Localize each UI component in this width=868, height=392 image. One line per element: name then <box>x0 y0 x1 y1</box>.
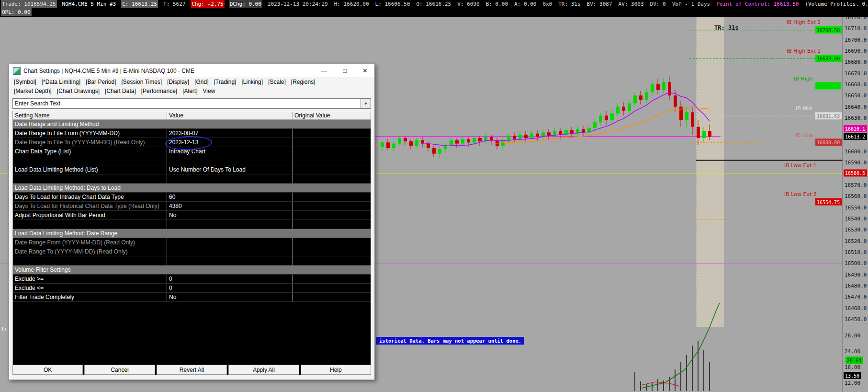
setting-value-cell[interactable]: Use Number Of Days To Load <box>167 165 293 174</box>
candle-body <box>490 137 493 140</box>
original-value-cell <box>293 293 371 301</box>
setting-row[interactable]: Date Range In File To (YYYY-MM-DD) (Read… <box>13 138 371 147</box>
apply-all-button[interactable]: Apply All <box>228 365 299 375</box>
candle-body <box>610 114 614 120</box>
setting-value-cell[interactable] <box>167 247 293 256</box>
setting-row[interactable]: Days To Load for Intraday Chart Data Typ… <box>13 193 371 202</box>
setting-value-cell[interactable]: 0 <box>167 284 293 292</box>
setting-value-cell[interactable]: 2023-12-13 <box>167 138 293 147</box>
setting-row[interactable]: Filter Trade CompletelyNo <box>13 293 371 302</box>
candle-body <box>582 129 585 132</box>
menu-data-limiting[interactable]: [*Data Limiting] <box>42 79 80 85</box>
setting-value-cell[interactable]: No <box>167 293 293 301</box>
price-badges: 16708.5016683.0016631.6316608.0016554.75… <box>815 26 867 379</box>
original-value-cell <box>293 129 371 138</box>
dialog-button-row: OKCancelRevert AllApply AllHelp <box>12 365 371 375</box>
setting-name-cell <box>13 156 167 165</box>
price-tick-label: 16670.0 <box>845 70 867 77</box>
dialog-title-bar[interactable]: Chart Settings | NQH4.CME 5 Min #3 | E-M… <box>9 64 374 77</box>
original-value-cell <box>293 165 371 174</box>
section-header-row: Date Range and Limiting Method <box>13 120 371 129</box>
candle-body <box>547 132 551 136</box>
menu-display[interactable]: [Display] <box>167 79 189 85</box>
setting-name-cell: Date Range In File From (YYYY-MM-DD) <box>13 129 167 138</box>
setting-value-cell[interactable]: 4380 <box>167 202 293 210</box>
status-segment: Trade: 1016594.25 <box>1 0 57 8</box>
setting-name-cell: Filter Trade Completely <box>13 293 167 301</box>
ib-level-label: IB High <box>794 76 813 82</box>
ib-level-label: IB Low Ext 2 <box>784 191 817 197</box>
candle-body <box>685 112 688 120</box>
setting-value-cell[interactable]: 60 <box>167 193 293 201</box>
maximize-button[interactable]: □ <box>343 67 347 74</box>
menu-grid[interactable]: [Grid] <box>194 79 208 85</box>
setting-value-cell[interactable]: Intraday Chart <box>167 147 293 156</box>
setting-row[interactable]: Date Range To (YYYY-MM-DD) (Read Only) <box>13 247 371 256</box>
price-badge <box>815 82 841 89</box>
menu-market-depth[interactable]: [Market Depth] <box>14 88 52 94</box>
price-tick-label: 16570.0 <box>845 182 867 188</box>
candle-body <box>473 138 476 142</box>
candle-body <box>651 84 654 92</box>
spacer-row <box>13 220 371 229</box>
price-tick-label: 16510.0 <box>845 249 867 255</box>
candle-body <box>599 115 602 122</box>
price-tick-label: 16560.0 <box>845 193 867 199</box>
original-value-cell <box>293 193 371 201</box>
menu-symbol[interactable]: [Symbol] <box>14 79 36 85</box>
setting-value-cell[interactable]: No <box>167 211 293 219</box>
setting-row[interactable]: Chart Data Type (List)Intraday Chart <box>13 147 371 156</box>
candle-body <box>461 139 464 143</box>
price-tick-label: 16450.0 <box>845 316 867 323</box>
price-tick-label: 16710.0 <box>845 25 867 32</box>
menu-view[interactable]: View <box>203 88 215 94</box>
menu-chart-data[interactable]: [Chart Data] <box>105 88 136 94</box>
setting-row[interactable]: Load Data Limiting Method (List)Use Numb… <box>13 165 371 174</box>
menu-trading[interactable]: [Trading] <box>214 79 237 85</box>
status-segment: Chg: -2.75 <box>191 0 224 8</box>
menu-linking[interactable]: [Linking] <box>241 79 263 85</box>
menu-chart-drawings[interactable]: [Chart Drawings] <box>57 88 100 94</box>
close-button[interactable]: ✕ <box>362 67 368 74</box>
menu-alert[interactable]: [Alert] <box>182 88 197 94</box>
candle-body <box>674 95 677 106</box>
menu-session-times[interactable]: [Session Times] <box>121 79 162 85</box>
ib-level-label: IB Mid <box>796 105 812 112</box>
candle-body <box>432 148 436 154</box>
price-tick-label: 16530.0 <box>845 227 867 233</box>
setting-row[interactable]: Exclude <=0 <box>13 284 371 293</box>
cancel-button[interactable]: Cancel <box>84 365 155 375</box>
price-scale[interactable]: 16720.016710.016700.016690.016680.016670… <box>843 14 867 392</box>
subgraph-tick-label: 24.00 <box>845 348 860 355</box>
menu-bar-period[interactable]: [Bar Period] <box>86 79 116 85</box>
setting-value-cell[interactable] <box>167 238 293 247</box>
setting-value-cell[interactable]: 2023-08-07 <box>167 129 293 138</box>
menu-regions[interactable]: [Regions] <box>291 79 316 85</box>
setting-row[interactable]: Adjust Proportional With Bar PeriodNo <box>13 211 371 220</box>
ok-button[interactable]: OK <box>12 365 83 375</box>
setting-name-cell: Adjust Proportional With Bar Period <box>13 211 167 219</box>
status-line-2: OPL: 0.00 <box>0 8 868 16</box>
setting-name-cell: Exclude <= <box>13 284 167 292</box>
ib-level-label: IB High Ext 1 <box>787 48 821 54</box>
menu-scale[interactable]: [Scale] <box>268 79 286 85</box>
candle-body <box>593 122 597 128</box>
menu-performance[interactable]: [Performance] <box>141 88 177 94</box>
search-dropdown-button[interactable]: ▼ <box>361 99 371 108</box>
help-button[interactable]: Help <box>301 365 371 375</box>
setting-value-cell[interactable]: 0 <box>167 275 293 283</box>
revert-all-button[interactable]: Revert All <box>157 365 227 375</box>
status-segment: C: 16613.25 <box>121 0 158 8</box>
candle-body <box>455 140 459 144</box>
settings-search-input[interactable] <box>13 99 364 108</box>
setting-row[interactable]: Date Range From (YYYY-MM-DD) (Read Only) <box>13 238 371 247</box>
section-header-row: Load Data Limiting Method: Date Range <box>13 229 371 238</box>
original-value-cell <box>293 211 371 219</box>
minimize-button[interactable]: — <box>321 67 327 74</box>
candle-body <box>645 92 648 100</box>
section-title: Load Data Limiting Method: Days to Load <box>13 184 123 192</box>
price-badge-label: 16613.2 <box>845 134 865 139</box>
setting-row[interactable]: Days To Load for Historical Chart Data T… <box>13 202 371 211</box>
setting-row[interactable]: Date Range In File From (YYYY-MM-DD)2023… <box>13 129 371 138</box>
setting-row[interactable]: Exclude >=0 <box>13 275 371 284</box>
